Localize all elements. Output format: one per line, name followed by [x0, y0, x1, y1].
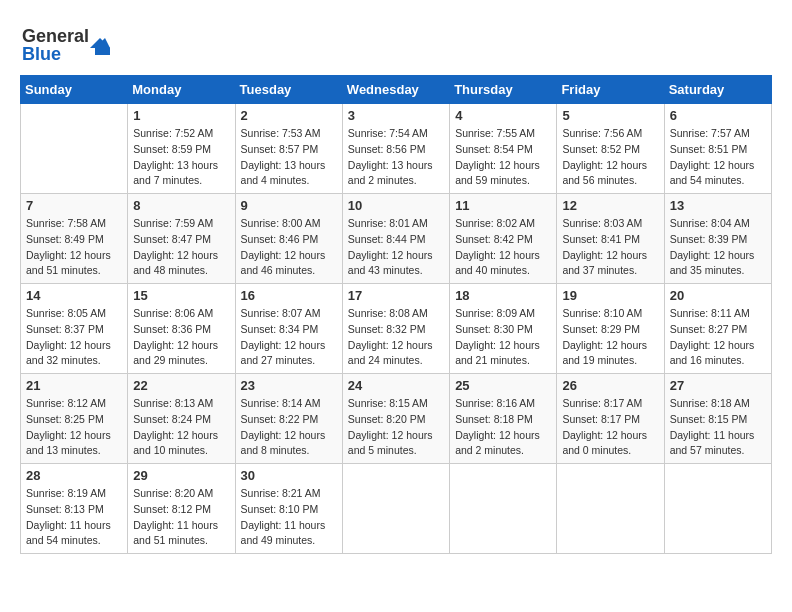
day-cell	[342, 464, 449, 554]
day-info: Sunrise: 8:02 AM Sunset: 8:42 PM Dayligh…	[455, 216, 551, 279]
day-number: 24	[348, 378, 444, 393]
day-cell: 19Sunrise: 8:10 AM Sunset: 8:29 PM Dayli…	[557, 284, 664, 374]
day-number: 15	[133, 288, 229, 303]
day-cell: 21Sunrise: 8:12 AM Sunset: 8:25 PM Dayli…	[21, 374, 128, 464]
day-number: 22	[133, 378, 229, 393]
day-info: Sunrise: 8:16 AM Sunset: 8:18 PM Dayligh…	[455, 396, 551, 459]
day-info: Sunrise: 8:20 AM Sunset: 8:12 PM Dayligh…	[133, 486, 229, 549]
day-cell: 24Sunrise: 8:15 AM Sunset: 8:20 PM Dayli…	[342, 374, 449, 464]
day-info: Sunrise: 8:05 AM Sunset: 8:37 PM Dayligh…	[26, 306, 122, 369]
day-number: 17	[348, 288, 444, 303]
day-cell: 6Sunrise: 7:57 AM Sunset: 8:51 PM Daylig…	[664, 104, 771, 194]
week-row-4: 21Sunrise: 8:12 AM Sunset: 8:25 PM Dayli…	[21, 374, 772, 464]
day-info: Sunrise: 7:57 AM Sunset: 8:51 PM Dayligh…	[670, 126, 766, 189]
day-info: Sunrise: 8:18 AM Sunset: 8:15 PM Dayligh…	[670, 396, 766, 459]
day-number: 3	[348, 108, 444, 123]
day-cell: 5Sunrise: 7:56 AM Sunset: 8:52 PM Daylig…	[557, 104, 664, 194]
day-number: 14	[26, 288, 122, 303]
day-info: Sunrise: 7:53 AM Sunset: 8:57 PM Dayligh…	[241, 126, 337, 189]
day-cell: 22Sunrise: 8:13 AM Sunset: 8:24 PM Dayli…	[128, 374, 235, 464]
day-number: 11	[455, 198, 551, 213]
svg-text:Blue: Blue	[22, 44, 61, 64]
week-row-2: 7Sunrise: 7:58 AM Sunset: 8:49 PM Daylig…	[21, 194, 772, 284]
day-info: Sunrise: 8:10 AM Sunset: 8:29 PM Dayligh…	[562, 306, 658, 369]
day-cell: 4Sunrise: 7:55 AM Sunset: 8:54 PM Daylig…	[450, 104, 557, 194]
day-number: 27	[670, 378, 766, 393]
day-number: 23	[241, 378, 337, 393]
day-cell: 15Sunrise: 8:06 AM Sunset: 8:36 PM Dayli…	[128, 284, 235, 374]
day-number: 18	[455, 288, 551, 303]
day-number: 20	[670, 288, 766, 303]
svg-text:General: General	[22, 26, 89, 46]
day-info: Sunrise: 8:14 AM Sunset: 8:22 PM Dayligh…	[241, 396, 337, 459]
day-info: Sunrise: 8:17 AM Sunset: 8:17 PM Dayligh…	[562, 396, 658, 459]
day-info: Sunrise: 8:03 AM Sunset: 8:41 PM Dayligh…	[562, 216, 658, 279]
day-cell: 12Sunrise: 8:03 AM Sunset: 8:41 PM Dayli…	[557, 194, 664, 284]
day-number: 13	[670, 198, 766, 213]
day-cell: 26Sunrise: 8:17 AM Sunset: 8:17 PM Dayli…	[557, 374, 664, 464]
day-number: 10	[348, 198, 444, 213]
column-header-thursday: Thursday	[450, 76, 557, 104]
week-row-5: 28Sunrise: 8:19 AM Sunset: 8:13 PM Dayli…	[21, 464, 772, 554]
day-cell: 25Sunrise: 8:16 AM Sunset: 8:18 PM Dayli…	[450, 374, 557, 464]
day-number: 2	[241, 108, 337, 123]
day-number: 6	[670, 108, 766, 123]
day-cell: 11Sunrise: 8:02 AM Sunset: 8:42 PM Dayli…	[450, 194, 557, 284]
column-header-sunday: Sunday	[21, 76, 128, 104]
column-header-wednesday: Wednesday	[342, 76, 449, 104]
day-number: 29	[133, 468, 229, 483]
day-number: 28	[26, 468, 122, 483]
day-info: Sunrise: 8:00 AM Sunset: 8:46 PM Dayligh…	[241, 216, 337, 279]
day-info: Sunrise: 7:59 AM Sunset: 8:47 PM Dayligh…	[133, 216, 229, 279]
day-info: Sunrise: 7:56 AM Sunset: 8:52 PM Dayligh…	[562, 126, 658, 189]
day-cell: 8Sunrise: 7:59 AM Sunset: 8:47 PM Daylig…	[128, 194, 235, 284]
logo-icon: General Blue	[20, 20, 110, 65]
day-info: Sunrise: 7:54 AM Sunset: 8:56 PM Dayligh…	[348, 126, 444, 189]
day-info: Sunrise: 8:06 AM Sunset: 8:36 PM Dayligh…	[133, 306, 229, 369]
day-number: 9	[241, 198, 337, 213]
day-info: Sunrise: 8:15 AM Sunset: 8:20 PM Dayligh…	[348, 396, 444, 459]
day-cell: 13Sunrise: 8:04 AM Sunset: 8:39 PM Dayli…	[664, 194, 771, 284]
page-header: General Blue	[20, 20, 772, 65]
day-number: 5	[562, 108, 658, 123]
day-info: Sunrise: 8:19 AM Sunset: 8:13 PM Dayligh…	[26, 486, 122, 549]
day-info: Sunrise: 8:12 AM Sunset: 8:25 PM Dayligh…	[26, 396, 122, 459]
day-cell: 23Sunrise: 8:14 AM Sunset: 8:22 PM Dayli…	[235, 374, 342, 464]
day-cell: 9Sunrise: 8:00 AM Sunset: 8:46 PM Daylig…	[235, 194, 342, 284]
day-number: 19	[562, 288, 658, 303]
day-number: 16	[241, 288, 337, 303]
day-cell: 2Sunrise: 7:53 AM Sunset: 8:57 PM Daylig…	[235, 104, 342, 194]
header-row: SundayMondayTuesdayWednesdayThursdayFrid…	[21, 76, 772, 104]
day-info: Sunrise: 8:11 AM Sunset: 8:27 PM Dayligh…	[670, 306, 766, 369]
day-cell: 18Sunrise: 8:09 AM Sunset: 8:30 PM Dayli…	[450, 284, 557, 374]
week-row-3: 14Sunrise: 8:05 AM Sunset: 8:37 PM Dayli…	[21, 284, 772, 374]
column-header-tuesday: Tuesday	[235, 76, 342, 104]
day-cell: 16Sunrise: 8:07 AM Sunset: 8:34 PM Dayli…	[235, 284, 342, 374]
day-info: Sunrise: 8:01 AM Sunset: 8:44 PM Dayligh…	[348, 216, 444, 279]
day-info: Sunrise: 7:52 AM Sunset: 8:59 PM Dayligh…	[133, 126, 229, 189]
day-number: 4	[455, 108, 551, 123]
day-cell: 20Sunrise: 8:11 AM Sunset: 8:27 PM Dayli…	[664, 284, 771, 374]
calendar-table: SundayMondayTuesdayWednesdayThursdayFrid…	[20, 75, 772, 554]
day-cell: 30Sunrise: 8:21 AM Sunset: 8:10 PM Dayli…	[235, 464, 342, 554]
column-header-monday: Monday	[128, 76, 235, 104]
day-cell: 3Sunrise: 7:54 AM Sunset: 8:56 PM Daylig…	[342, 104, 449, 194]
day-info: Sunrise: 7:58 AM Sunset: 8:49 PM Dayligh…	[26, 216, 122, 279]
day-info: Sunrise: 8:08 AM Sunset: 8:32 PM Dayligh…	[348, 306, 444, 369]
day-number: 25	[455, 378, 551, 393]
day-cell: 29Sunrise: 8:20 AM Sunset: 8:12 PM Dayli…	[128, 464, 235, 554]
day-number: 1	[133, 108, 229, 123]
day-cell: 14Sunrise: 8:05 AM Sunset: 8:37 PM Dayli…	[21, 284, 128, 374]
day-cell	[664, 464, 771, 554]
day-cell	[450, 464, 557, 554]
day-info: Sunrise: 7:55 AM Sunset: 8:54 PM Dayligh…	[455, 126, 551, 189]
day-info: Sunrise: 8:07 AM Sunset: 8:34 PM Dayligh…	[241, 306, 337, 369]
column-header-saturday: Saturday	[664, 76, 771, 104]
day-cell: 7Sunrise: 7:58 AM Sunset: 8:49 PM Daylig…	[21, 194, 128, 284]
day-number: 26	[562, 378, 658, 393]
week-row-1: 1Sunrise: 7:52 AM Sunset: 8:59 PM Daylig…	[21, 104, 772, 194]
day-info: Sunrise: 8:04 AM Sunset: 8:39 PM Dayligh…	[670, 216, 766, 279]
day-cell	[557, 464, 664, 554]
day-cell: 1Sunrise: 7:52 AM Sunset: 8:59 PM Daylig…	[128, 104, 235, 194]
day-cell: 17Sunrise: 8:08 AM Sunset: 8:32 PM Dayli…	[342, 284, 449, 374]
